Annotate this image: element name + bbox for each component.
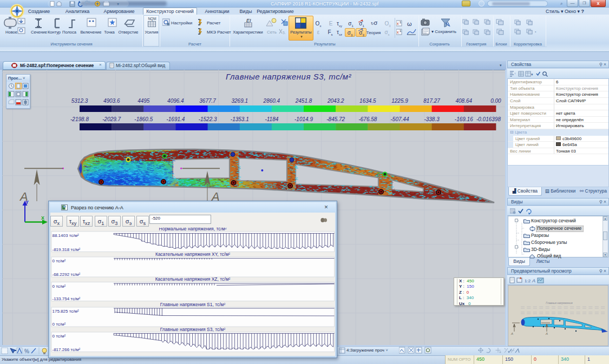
- svg-text:0.00: 0.00: [490, 98, 501, 104]
- svg-text:1225.9: 1225.9: [391, 98, 408, 104]
- svg-text:1:2: 1:2: [525, 279, 531, 283]
- svg-text:-68.2292 тс/м²: -68.2292 тс/м²: [53, 272, 81, 277]
- svg-text:0 тс/м²: 0 тс/м²: [53, 334, 66, 339]
- svg-text:▾: ▾: [117, 2, 119, 6]
- svg-text:Нормальные напряжения, тс/м²: Нормальные напряжения, тс/м²: [159, 228, 227, 231]
- svg-text:3677.7: 3677.7: [199, 98, 216, 104]
- svg-text:-0.016398: -0.016398: [476, 116, 501, 122]
- svg-text:ω: ω: [407, 21, 412, 27]
- svg-text:0 тс/м²: 0 тс/м²: [53, 284, 66, 289]
- svg-text:A: A: [510, 332, 513, 335]
- svg-text:-1860.5: -1860.5: [134, 116, 153, 122]
- svg-text:Y: Y: [25, 200, 29, 205]
- svg-text:408.64: 408.64: [456, 98, 473, 104]
- svg-text:-507.44: -507.44: [391, 116, 409, 122]
- svg-text:88.1403 тс/м²: 88.1403 тс/м²: [53, 233, 79, 238]
- svg-text:3269.1: 3269.1: [232, 98, 248, 104]
- svg-text:A: A: [545, 332, 548, 335]
- svg-text:2043.2: 2043.2: [327, 98, 344, 104]
- svg-text:Главные напряжения: Главные напряжения: [546, 301, 573, 305]
- svg-text:▾: ▾: [531, 72, 533, 76]
- svg-text:817.27: 817.27: [423, 98, 440, 104]
- svg-text:-845.72: -845.72: [326, 116, 345, 122]
- svg-text:-1353.1: -1353.1: [231, 116, 249, 122]
- svg-text:0 тс/м²: 0 тс/м²: [53, 259, 66, 263]
- svg-text:2451.8: 2451.8: [295, 98, 312, 104]
- svg-text:1634.5: 1634.5: [359, 98, 376, 104]
- svg-text:2860.4: 2860.4: [263, 98, 280, 104]
- svg-text:-1691.4: -1691.4: [166, 116, 185, 122]
- svg-text:-2198.8: -2198.8: [70, 116, 89, 122]
- svg-text:-2029.7: -2029.7: [102, 116, 121, 122]
- svg-text:4495: 4495: [137, 98, 150, 104]
- svg-text:-338.3: -338.3: [424, 116, 440, 122]
- svg-text:Главные напряжения S1, тс/м²: Главные напряжения S1, тс/м²: [160, 302, 226, 307]
- svg-text:5.: 5.: [283, 31, 286, 35]
- svg-text:X: X: [41, 215, 44, 221]
- svg-text:Главные напряжения S3, тс/м²: Главные напряжения S3, тс/м²: [160, 327, 226, 332]
- svg-text:175.825 тс/м²: 175.825 тс/м²: [53, 309, 79, 314]
- svg-text:4903.6: 4903.6: [103, 98, 120, 104]
- svg-text:0 тс/м²: 0 тс/м²: [53, 322, 66, 327]
- svg-text:Главные напряжения S3, тс/м²: Главные напряжения S3, тс/м²: [226, 72, 352, 81]
- svg-text:Касательные напряжения XY, тс/: Касательные напряжения XY, тс/м²: [155, 252, 230, 257]
- svg-text:-169.16: -169.16: [455, 116, 473, 122]
- svg-text:-1184: -1184: [265, 116, 278, 122]
- svg-text:-1522.3: -1522.3: [199, 116, 217, 122]
- svg-text:-133.754 тс/м²: -133.754 тс/м²: [53, 296, 81, 301]
- svg-text:Касательные напряжения XZ, тс/: Касательные напряжения XZ, тс/м²: [155, 276, 231, 282]
- svg-text:x: x: [397, 30, 399, 34]
- svg-text:↓: ↓: [514, 71, 516, 75]
- svg-text:-1014.9: -1014.9: [294, 116, 313, 122]
- svg-text:4096.4: 4096.4: [167, 98, 184, 104]
- svg-text:-817.266 тс/м²: -817.266 тс/м²: [53, 347, 81, 352]
- svg-text:%: %: [24, 348, 29, 354]
- svg-text:A: A: [532, 278, 535, 283]
- svg-text:x: x: [397, 22, 399, 25]
- svg-text:5312.3: 5312.3: [71, 98, 88, 104]
- svg-text:-676.58: -676.58: [358, 116, 377, 122]
- svg-text:-819.318 тс/м²: -819.318 тс/м²: [53, 247, 81, 252]
